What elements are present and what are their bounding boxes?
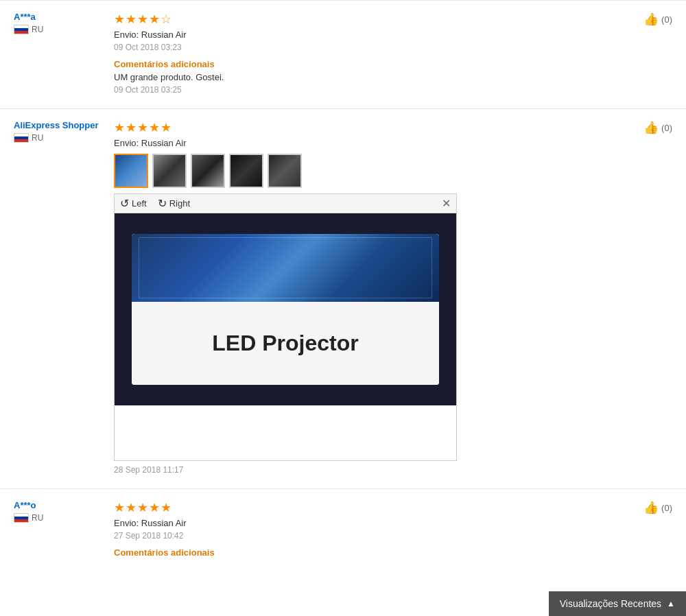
star-rating-1: ★★★★☆ [114,12,172,27]
image-viewer: ↺ Left ↻ Right ✕ LED Projector [114,193,457,461]
projector-box-image: LED Projector [132,234,439,385]
flag-icon-1 [14,25,29,34]
reviewer-col-3: A***o RU [14,500,103,560]
shipping-info-2: Envio: Russian Air [114,138,672,148]
review-header-3: ★★★★★ 👍 (0) [114,500,672,515]
rotate-left-button[interactable]: ↺ Left [120,197,147,210]
box-bottom: LED Projector [132,302,439,385]
review-images-2 [114,154,672,188]
like-button-3[interactable]: 👍 (0) [643,500,672,515]
like-count-1: (0) [661,14,672,25]
reviewer-name-3: A***o [14,500,103,510]
rotate-left-icon: ↺ [120,197,129,210]
star-rating-2: ★★★★★ [114,120,172,135]
reviewer-col-2: AliExpress Shopper RU [14,120,103,477]
shipping-method-1: Russian Air [141,29,187,40]
shipping-label-2: Envio: [114,138,139,148]
thumbs-up-icon-1: 👍 [643,12,659,27]
review-date-1: 09 Oct 2018 03:23 [114,43,672,52]
shipping-label-1: Envio: [114,29,139,40]
thumb-3[interactable] [191,154,225,188]
thumb-2[interactable] [152,154,187,188]
thumb-1[interactable] [114,154,148,188]
review-item-3: A***o RU ★★★★★ 👍 (0) Envio: Russian Air … [0,488,686,571]
shipping-method-2: Russian Air [141,138,187,148]
rotate-right-icon: ↻ [158,197,167,210]
flag-icon-2 [14,133,29,143]
box-top [132,234,439,302]
left-label: Left [132,198,147,209]
review-date-3: 27 Sep 2018 10:42 [114,531,672,541]
review-content-1: ★★★★☆ 👍 (0) Envio: Russian Air 09 Oct 20… [114,12,672,97]
review-header-1: ★★★★☆ 👍 (0) [114,12,672,27]
thumb-5[interactable] [268,154,302,188]
reviewer-country-1: RU [14,25,103,34]
viewer-controls: ↺ Left ↻ Right ✕ [115,194,456,213]
shipping-info-1: Envio: Russian Air [114,29,672,40]
like-button-1[interactable]: 👍 (0) [643,12,672,27]
right-label: Right [169,198,190,209]
reviewer-col-1: A***a RU [14,12,103,97]
review-content-3: ★★★★★ 👍 (0) Envio: Russian Air 27 Sep 20… [114,500,672,560]
like-count-3: (0) [661,503,672,513]
rotate-right-button[interactable]: ↻ Right [158,197,190,210]
shipping-label-3: Envio: [114,518,139,528]
flag-icon-3 [14,513,29,523]
country-code-3: RU [32,513,43,523]
thumbs-up-icon-2: 👍 [643,120,659,135]
reviewer-country-3: RU [14,513,103,523]
review-date-2: 28 Sep 2018 11:17 [114,465,672,475]
additional-label-3: Comentários adicionais [114,547,672,558]
review-item-2: AliExpress Shopper RU ★★★★★ 👍 (0) Envio:… [0,108,686,488]
review-content-2: ★★★★★ 👍 (0) Envio: Russian Air ↺ Left [114,120,672,477]
viewer-image: LED Projector [115,213,456,405]
reviewer-name-1: A***a [14,12,103,22]
like-button-2[interactable]: 👍 (0) [643,120,672,135]
country-code-2: RU [32,133,43,143]
thumb-4[interactable] [229,154,263,188]
reviewer-name-2: AliExpress Shopper [14,120,103,130]
review-header-2: ★★★★★ 👍 (0) [114,120,672,135]
reviewer-country-2: RU [14,133,103,143]
shipping-info-3: Envio: Russian Air [114,518,672,528]
viewer-empty-space [115,405,456,460]
shipping-method-3: Russian Air [141,518,187,528]
star-rating-3: ★★★★★ [114,500,172,515]
like-count-2: (0) [661,123,672,133]
box-text: LED Projector [212,331,358,356]
close-viewer-button[interactable]: ✕ [442,197,451,210]
country-code-1: RU [32,25,43,34]
additional-label-1: Comentários adicionais [114,59,672,69]
thumbs-up-icon-3: 👍 [643,500,659,515]
review-item-1: A***a RU ★★★★☆ 👍 (0) Envio: Russian Air … [0,0,686,108]
additional-date-1: 09 Oct 2018 03:25 [114,85,672,95]
comment-text-1: UM grande produto. Gostei. [114,72,672,82]
